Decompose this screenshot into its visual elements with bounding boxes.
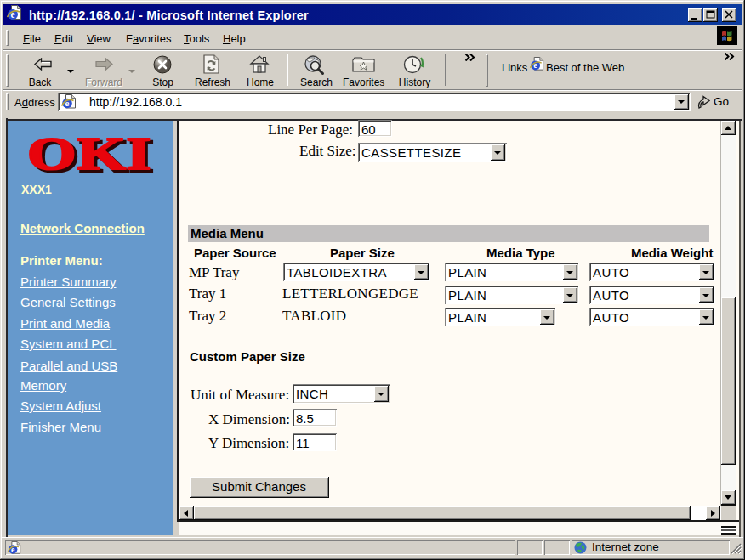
svg-text:OKI: OKI: [27, 133, 151, 177]
